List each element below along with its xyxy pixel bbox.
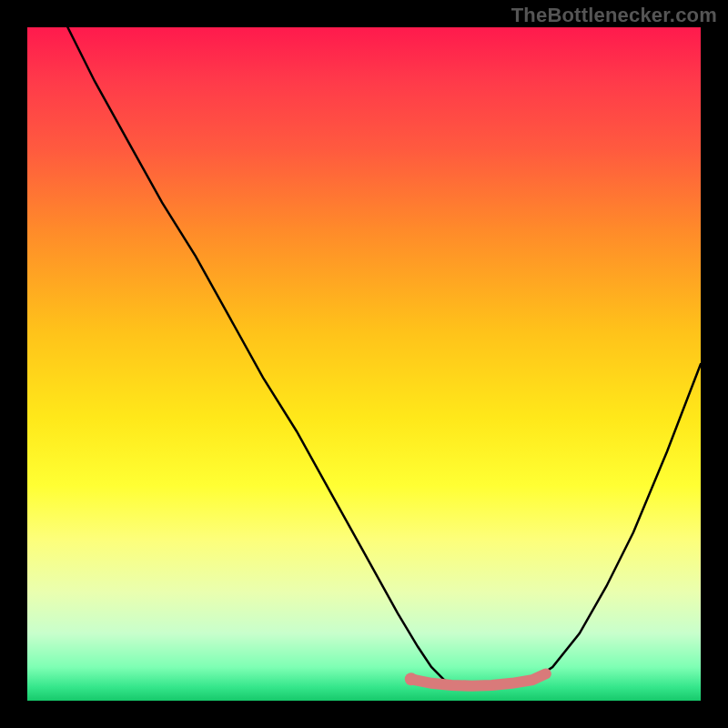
plot-area [27, 27, 701, 701]
optimal-start-dot [405, 672, 418, 685]
optimal-band-path [411, 673, 546, 685]
chart-frame: TheBottlenecker.com [0, 0, 728, 728]
attribution-text: TheBottlenecker.com [511, 4, 717, 27]
chart-svg [27, 27, 701, 701]
bottleneck-curve-path [67, 27, 701, 687]
